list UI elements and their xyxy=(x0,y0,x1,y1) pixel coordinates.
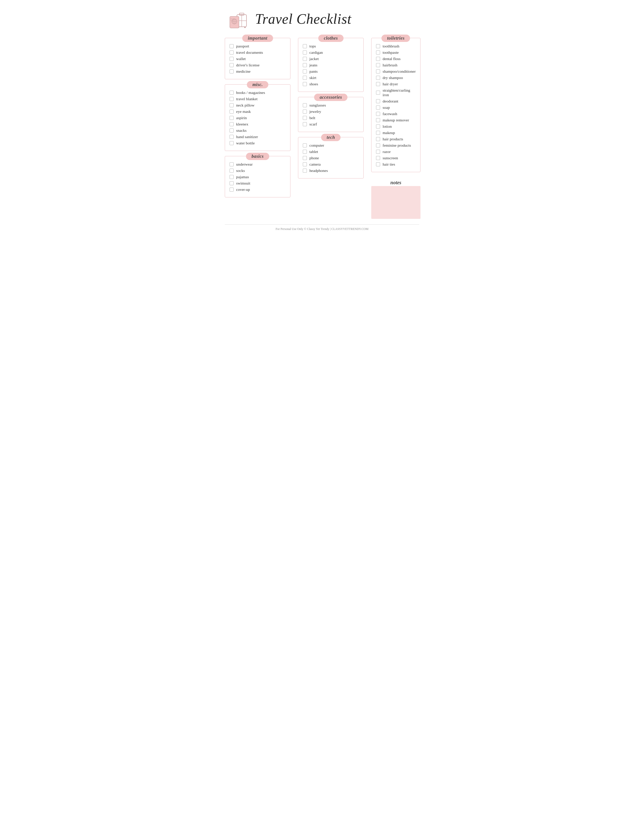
checkbox[interactable] xyxy=(230,129,233,132)
list-item: belt xyxy=(303,116,359,120)
column-2: clothes tops cardigan jacket jeans pants… xyxy=(298,38,364,178)
list-item: lotion xyxy=(376,124,416,129)
checkbox[interactable] xyxy=(230,109,233,114)
list-item: medicine xyxy=(230,69,286,74)
checkbox[interactable] xyxy=(303,44,307,48)
checkbox[interactable] xyxy=(230,63,233,67)
checkbox[interactable] xyxy=(376,162,380,166)
checkbox[interactable] xyxy=(303,76,307,80)
list-item: hand sanitizer xyxy=(230,135,286,139)
checkbox[interactable] xyxy=(230,50,233,55)
section-clothes: clothes tops cardigan jacket jeans pants… xyxy=(298,38,364,92)
checkbox[interactable] xyxy=(376,124,380,129)
list-item: tops xyxy=(303,44,359,48)
checkbox[interactable] xyxy=(230,141,233,145)
list-item: dry shampoo xyxy=(376,76,416,80)
checkbox[interactable] xyxy=(376,112,380,116)
checkbox[interactable] xyxy=(376,50,380,55)
checkbox[interactable] xyxy=(230,91,233,95)
svg-text:PASS: PASS xyxy=(230,18,234,20)
checkbox[interactable] xyxy=(230,162,233,166)
list-item: aspirin xyxy=(230,116,286,120)
checkbox[interactable] xyxy=(376,57,380,61)
column-3: toiletries toothbrush toothpaste dental … xyxy=(371,38,420,219)
checkbox[interactable] xyxy=(303,156,307,160)
list-item: underwear xyxy=(230,162,286,167)
checkbox[interactable] xyxy=(376,63,380,67)
list-item: tablet xyxy=(303,150,359,154)
checkbox[interactable] xyxy=(230,103,233,107)
checkbox[interactable] xyxy=(376,156,380,160)
checkbox[interactable] xyxy=(303,162,307,166)
checkbox[interactable] xyxy=(230,169,233,173)
checkbox[interactable] xyxy=(230,44,233,48)
checkbox[interactable] xyxy=(376,82,380,86)
checkbox[interactable] xyxy=(303,150,307,154)
list-item: jacket xyxy=(303,56,359,61)
checkbox[interactable] xyxy=(376,106,380,109)
list-item: facewash xyxy=(376,112,416,116)
checkbox[interactable] xyxy=(303,50,307,55)
checklist-accessories: sunglasses jewelry belt scarf xyxy=(303,103,359,127)
list-item: deodorant xyxy=(376,99,416,103)
section-accessories: accessories sunglasses jewelry belt scar… xyxy=(298,97,364,132)
checkbox[interactable] xyxy=(376,44,380,48)
checkbox[interactable] xyxy=(303,143,307,148)
checkbox[interactable] xyxy=(230,122,233,126)
checkbox[interactable] xyxy=(303,103,307,107)
section-toiletries: toiletries toothbrush toothpaste dental … xyxy=(371,38,420,172)
checkbox[interactable] xyxy=(376,137,380,141)
list-item: driver's license xyxy=(230,63,286,68)
checkbox[interactable] xyxy=(230,135,233,139)
list-item: phone xyxy=(303,156,359,160)
list-item: travel blanket xyxy=(230,96,286,101)
list-item: camera xyxy=(303,162,359,167)
checkbox[interactable] xyxy=(303,82,307,86)
section-title-tech: tech xyxy=(321,134,341,141)
checkbox[interactable] xyxy=(376,76,380,80)
list-item: passport xyxy=(230,44,286,48)
section-important: important passport travel documents wall… xyxy=(225,38,290,79)
section-title-important: important xyxy=(242,35,273,42)
list-item: headphones xyxy=(303,168,359,173)
section-title-accessories: accessories xyxy=(314,94,348,101)
list-item: wallet xyxy=(230,56,286,61)
checkbox[interactable] xyxy=(376,118,380,122)
notes-area[interactable] xyxy=(371,186,420,219)
checkbox[interactable] xyxy=(230,175,233,179)
checkbox[interactable] xyxy=(303,63,307,67)
checkbox[interactable] xyxy=(376,69,380,74)
checkbox[interactable] xyxy=(376,131,380,135)
notes-wrapper: notes xyxy=(371,177,420,219)
checkbox[interactable] xyxy=(303,57,307,61)
checkbox[interactable] xyxy=(303,122,307,126)
checkbox[interactable] xyxy=(230,69,233,74)
checkbox[interactable] xyxy=(376,91,380,95)
section-misc: misc. books / magazines travel blanket n… xyxy=(225,84,290,151)
checkbox[interactable] xyxy=(230,97,233,101)
checkbox[interactable] xyxy=(230,116,233,120)
checklist-misc: books / magazines travel blanket neck pi… xyxy=(230,90,286,145)
checkbox[interactable] xyxy=(376,150,380,154)
list-item: skirt xyxy=(303,76,359,80)
checkbox[interactable] xyxy=(303,169,307,173)
checkbox[interactable] xyxy=(230,181,233,185)
checkbox[interactable] xyxy=(303,116,307,120)
checkbox[interactable] xyxy=(376,143,380,148)
list-item: sunglasses xyxy=(303,103,359,108)
checkbox[interactable] xyxy=(230,188,233,191)
checkbox[interactable] xyxy=(230,57,233,61)
checkbox[interactable] xyxy=(303,69,307,74)
list-item: water bottle xyxy=(230,141,286,145)
checkbox[interactable] xyxy=(303,109,307,114)
list-item: computer xyxy=(303,143,359,148)
list-item: dental floss xyxy=(376,56,416,61)
footer-text: For Personal Use Only © Classy Yet Trend… xyxy=(275,227,369,231)
list-item: sunscreen xyxy=(376,156,416,160)
list-item: shoes xyxy=(303,82,359,86)
header: PASS PORT Travel Checklist xyxy=(225,8,419,30)
checkbox[interactable] xyxy=(376,99,380,103)
list-item: shampoo/conditioner xyxy=(376,69,416,74)
column-1: important passport travel documents wall… xyxy=(225,38,290,198)
section-title-misc: misc. xyxy=(247,81,269,88)
